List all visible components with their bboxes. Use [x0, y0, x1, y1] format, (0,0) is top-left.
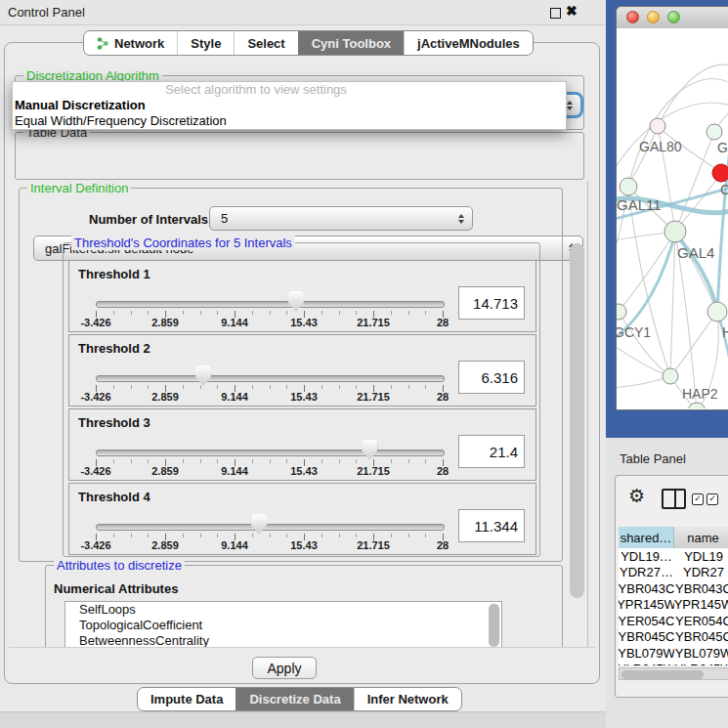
tick-label: 2.859: [136, 465, 194, 477]
number-of-intervals-combobox[interactable]: 5: [209, 206, 473, 231]
threshold-1-box: Threshold 1-3.4262.8599.14415.4321.71528…: [68, 260, 536, 332]
network-canvas[interactable]: GAL80GACGAL11GAL4GCY1HHAP2: [617, 28, 728, 408]
network-node[interactable]: [707, 302, 727, 321]
minor-tick: [217, 385, 218, 389]
tab-select[interactable]: Select: [234, 31, 297, 55]
close-icon[interactable]: ✖: [566, 3, 578, 19]
attribute-item-selfloops[interactable]: SelfLoops: [65, 602, 501, 618]
cell-shared-name: YPR145W: [619, 597, 674, 614]
tab-network[interactable]: Network: [84, 31, 177, 55]
cyni-toolbox-panel: Discretization Algorithm Table Data galF…: [4, 42, 600, 684]
threshold-4-value-field[interactable]: 11.344: [458, 509, 525, 542]
threshold-2-box: Threshold 2-3.4262.8599.14415.4321.71528…: [68, 334, 536, 407]
minor-tick: [183, 459, 184, 463]
checkbox-checked-icon[interactable]: ✓: [692, 493, 704, 505]
network-node[interactable]: [712, 164, 728, 182]
dropdown-option-manual-discretization[interactable]: Manual Discretization: [13, 98, 566, 113]
attributes-list-scrollbar[interactable]: [489, 604, 499, 647]
minor-tick: [252, 385, 253, 389]
minor-tick: [131, 311, 132, 315]
threshold-1-value-field[interactable]: 14.713: [458, 286, 525, 320]
network-window-titlebar[interactable]: [617, 7, 728, 29]
screen: Control Panel ✖ Discretization Algorithm…: [0, 0, 728, 728]
window-zoom-icon[interactable]: [667, 11, 680, 23]
table-row[interactable]: YER054CYER054C: [619, 613, 728, 629]
table-row[interactable]: YBR045CYBR045C: [619, 629, 728, 646]
number-of-intervals-label: Number of Intervals: [89, 212, 208, 227]
column-header-name[interactable]: name: [674, 527, 728, 548]
attribute-item-topologicalcoefficient[interactable]: TopologicalCoefficient: [65, 618, 501, 633]
minor-tick: [148, 459, 149, 463]
network-node[interactable]: [617, 304, 626, 320]
table-panel-title: Table Panel: [620, 451, 686, 466]
minor-tick: [408, 385, 409, 389]
table-hscroll-thumb[interactable]: [621, 670, 704, 679]
threshold-1-label: Threshold 1: [78, 267, 150, 281]
threshold-1-slider-handle[interactable]: [288, 291, 304, 312]
network-nodes[interactable]: [617, 118, 728, 408]
minor-tick: [131, 534, 132, 537]
table-row[interactable]: YLR345WYLR345W: [619, 662, 728, 666]
table-row[interactable]: YBL079WYBL079W: [619, 645, 728, 662]
window-minimize-icon[interactable]: [647, 11, 660, 23]
minor-tick: [356, 311, 357, 315]
minor-tick: [200, 385, 201, 389]
column-header-shared-name[interactable]: shared…: [619, 527, 674, 548]
network-node[interactable]: [650, 118, 665, 134]
table-row[interactable]: YDL19…YDL19: [619, 548, 728, 565]
minor-tick: [339, 311, 340, 315]
settings-scrollbar[interactable]: [570, 243, 584, 598]
network-node[interactable]: [620, 178, 637, 195]
threshold-2-slider-handle[interactable]: [195, 365, 211, 386]
minor-tick: [356, 534, 357, 537]
network-node[interactable]: [663, 368, 678, 384]
threshold-4-slider-handle[interactable]: [251, 514, 267, 535]
node-label-gal80: GAL80: [639, 139, 682, 154]
combobox-arrows-icon: [567, 101, 573, 110]
tab-discretize-data[interactable]: Discretize Data: [236, 688, 353, 710]
apply-button[interactable]: Apply: [252, 657, 317, 679]
tab-cyni-toolbox[interactable]: Cyni Toolbox: [298, 31, 404, 55]
threshold-2-value-field[interactable]: 6.316: [458, 361, 525, 394]
window-close-icon[interactable]: [626, 11, 639, 23]
cell-name: YDR27: [674, 565, 728, 581]
column-layout-icon[interactable]: [662, 489, 686, 509]
threshold-2-slider-track[interactable]: [96, 375, 445, 382]
tick-label: 15.43: [275, 465, 333, 477]
float-window-icon[interactable]: [550, 8, 561, 19]
minor-tick: [270, 385, 271, 389]
threshold-4-slider-track[interactable]: [96, 524, 445, 531]
cell-name: YDL19: [674, 548, 728, 565]
table-row[interactable]: YBR043CYBR043C: [619, 580, 728, 597]
tab-infer-network[interactable]: Infer Network: [354, 688, 461, 710]
tab-jactivemnodules-label: jActiveMNodules: [417, 36, 520, 51]
threshold-3-box: Threshold 3-3.4262.8599.14415.4321.71528…: [68, 408, 536, 481]
tab-impute-data[interactable]: Impute Data: [138, 688, 236, 710]
minor-tick: [286, 385, 287, 389]
threshold-3-slider-handle[interactable]: [362, 440, 377, 460]
tab-jactivemnodules[interactable]: jActiveMNodules: [404, 31, 533, 55]
minor-tick: [356, 459, 357, 463]
minor-tick: [339, 534, 340, 537]
table-row[interactable]: YDR27…YDR27: [619, 565, 728, 581]
table-row[interactable]: YPR145WYPR145W: [619, 597, 728, 614]
checkbox-checked-icon[interactable]: ✓: [707, 493, 718, 505]
tick-label: 15.43: [275, 317, 333, 328]
minor-tick: [148, 385, 149, 389]
threshold-1-slider-track[interactable]: [96, 301, 445, 308]
table-horizontal-scrollbar[interactable]: [619, 667, 728, 680]
network-node[interactable]: [707, 124, 722, 140]
numerical-attributes-list[interactable]: SelfLoopsTopologicalCoefficientBetweenne…: [64, 601, 502, 652]
dropdown-option-equal-width-frequency-discretization[interactable]: Equal Width/Frequency Discretization: [13, 113, 566, 129]
tab-style[interactable]: Style: [177, 31, 234, 55]
minor-tick: [408, 311, 409, 315]
node-label-gal11: GAL11: [617, 196, 662, 213]
cell-name: YBR045C: [674, 629, 728, 646]
threshold-3-value-field[interactable]: 21.4: [458, 435, 525, 468]
minor-tick: [339, 459, 340, 463]
gear-icon[interactable]: ⚙: [628, 485, 645, 507]
threshold-3-slider-track[interactable]: [96, 450, 445, 456]
network-node[interactable]: [664, 221, 686, 242]
bottom-strip: [0, 711, 606, 728]
minor-tick: [252, 459, 253, 463]
